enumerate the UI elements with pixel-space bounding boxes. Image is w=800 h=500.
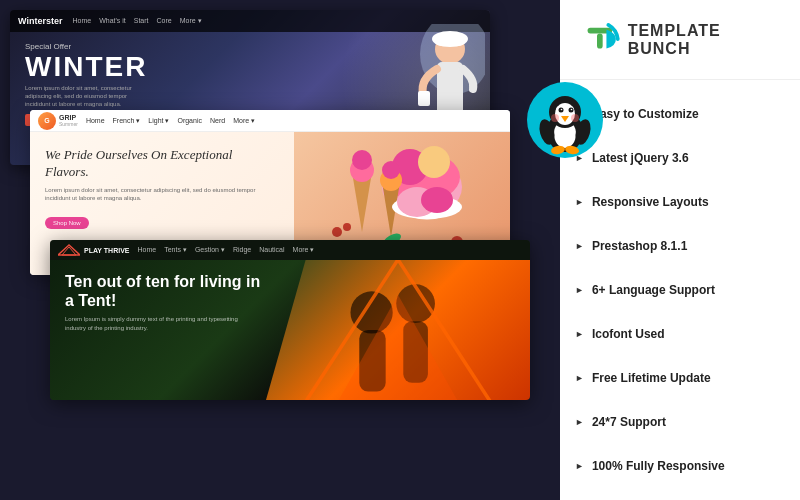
tent-text-area: Ten out of ten for living in a Tent! Lor… bbox=[50, 260, 530, 344]
feature-item-icofont: ►Icofont Used bbox=[575, 324, 785, 344]
svg-rect-4 bbox=[437, 62, 463, 117]
feature-arrow-responsive: ► bbox=[575, 197, 584, 207]
tb-brand-name: TEMPLATE BUNCH bbox=[628, 22, 780, 58]
tb-logo-icon bbox=[580, 19, 620, 61]
svg-marker-24 bbox=[62, 247, 76, 255]
tb-logo: TEMPLATE BUNCH bbox=[580, 19, 780, 61]
tent-nav-gestion: Gestion ▾ bbox=[195, 246, 225, 254]
penguin-mascot bbox=[525, 80, 605, 160]
feature-label-language: 6+ Language Support bbox=[592, 283, 715, 297]
feature-item-responsive: ►Responsive Layouts bbox=[575, 192, 785, 212]
icecream-button[interactable]: Shop Now bbox=[45, 217, 89, 229]
feature-item-support: ►24*7 Support bbox=[575, 412, 785, 432]
icecream-nav-items: Home French ▾ Light ▾ Organic Nerd More … bbox=[86, 117, 255, 125]
icecream-nav-organic: Organic bbox=[177, 117, 202, 125]
feature-label-responsive: Responsive Layouts bbox=[592, 195, 709, 209]
svg-point-12 bbox=[352, 150, 372, 170]
mascot-container bbox=[525, 80, 605, 160]
winter-nav-start: Start bbox=[134, 17, 149, 25]
feature-label-jquery: Latest jQuery 3.6 bbox=[592, 151, 689, 165]
feature-label-support: 24*7 Support bbox=[592, 415, 666, 429]
feature-arrow-fullresponsive: ► bbox=[575, 461, 584, 471]
feature-label-lifetime: Free Lifetime Update bbox=[592, 371, 711, 385]
icecream-nav: G GRIP Summer Home French ▾ Light ▾ Orga… bbox=[30, 110, 510, 132]
icecream-headline: We Pride Ourselves On Exceptional Flavor… bbox=[45, 147, 279, 181]
icecream-subtitle: Lorem ipsum dolor sit amet, consectetur … bbox=[45, 186, 279, 203]
svg-point-41 bbox=[561, 109, 563, 111]
feature-arrow-prestashop: ► bbox=[575, 241, 584, 251]
tent-body: Ten out of ten for living in a Tent! Lor… bbox=[50, 260, 530, 400]
screen-tent: PLAY THRIVE Home Tents ▾ Gestion ▾ Ridge… bbox=[50, 240, 530, 400]
tent-subtitle: Lorem Ipsum is simply dummy text of the … bbox=[65, 315, 245, 332]
screens-container: Winterster Home What's it Start Core Mor… bbox=[10, 10, 530, 490]
svg-rect-50 bbox=[597, 33, 603, 48]
svg-point-17 bbox=[343, 223, 351, 231]
feature-arrow-icofont: ► bbox=[575, 329, 584, 339]
feature-label-fullresponsive: 100% Fully Responsive bbox=[592, 459, 725, 473]
feature-label-prestashop: Prestashop 8.1.1 bbox=[592, 239, 687, 253]
svg-point-47 bbox=[551, 114, 559, 122]
tent-nav-ridge: Ridge bbox=[233, 246, 251, 254]
winter-subtitle: Lorem ipsum dolor sit amet, consectetur … bbox=[25, 85, 145, 108]
svg-point-16 bbox=[332, 227, 342, 237]
tent-logo-text: PLAY THRIVE bbox=[84, 247, 130, 254]
winter-nav-more: More ▾ bbox=[180, 17, 202, 25]
tent-nav-items: Home Tents ▾ Gestion ▾ Ridge Nautical Mo… bbox=[138, 246, 315, 254]
feature-arrow-lifetime: ► bbox=[575, 373, 584, 383]
left-panel: Winterster Home What's it Start Core Mor… bbox=[0, 0, 560, 500]
feature-arrow-support: ► bbox=[575, 417, 584, 427]
winter-nav-items: Home What's it Start Core More ▾ bbox=[72, 17, 201, 25]
winter-nav-core: Core bbox=[157, 17, 172, 25]
svg-point-9 bbox=[418, 146, 450, 178]
icecream-nav-home: Home bbox=[86, 117, 105, 125]
feature-label-icofont: Icofont Used bbox=[592, 327, 665, 341]
tent-nav-home: Home bbox=[138, 246, 157, 254]
svg-point-15 bbox=[382, 161, 400, 179]
svg-point-42 bbox=[571, 109, 573, 111]
winter-nav-whats: What's it bbox=[99, 17, 126, 25]
icecream-nav-french: French ▾ bbox=[113, 117, 141, 125]
grip-logo-icon: G bbox=[38, 112, 56, 130]
winter-logo: Winterster bbox=[18, 16, 62, 26]
svg-rect-3 bbox=[435, 34, 465, 46]
tent-nav: PLAY THRIVE Home Tents ▾ Gestion ▾ Ridge… bbox=[50, 240, 530, 260]
icecream-nav-light: Light ▾ bbox=[148, 117, 169, 125]
winter-nav-home: Home bbox=[72, 17, 91, 25]
tent-nav-tents: Tents ▾ bbox=[164, 246, 187, 254]
tent-logo-icon bbox=[58, 243, 80, 257]
grip-subtext: Summer bbox=[59, 121, 78, 127]
tb-text: TEMPLATE BUNCH bbox=[628, 22, 780, 58]
svg-rect-5 bbox=[418, 91, 430, 106]
svg-point-48 bbox=[571, 114, 579, 122]
icecream-nav-nerd: Nerd bbox=[210, 117, 225, 125]
feature-item-fullresponsive: ►100% Fully Responsive bbox=[575, 456, 785, 476]
right-panel: TEMPLATE BUNCH ►Easy to Customize►Latest… bbox=[560, 0, 800, 500]
feature-arrow-language: ► bbox=[575, 285, 584, 295]
feature-item-jquery: ►Latest jQuery 3.6 bbox=[575, 148, 785, 168]
template-bunch-header: TEMPLATE BUNCH bbox=[560, 0, 800, 80]
feature-item-language: ►6+ Language Support bbox=[575, 280, 785, 300]
tent-nav-more: More ▾ bbox=[293, 246, 315, 254]
feature-item-customize: ►Easy to Customize bbox=[575, 104, 785, 124]
feature-label-customize: Easy to Customize bbox=[592, 107, 699, 121]
icecream-nav-more: More ▾ bbox=[233, 117, 255, 125]
tent-nav-nautical: Nautical bbox=[259, 246, 284, 254]
grip-logo-text: GRIP Summer bbox=[59, 114, 78, 127]
svg-point-21 bbox=[421, 187, 453, 213]
grip-logo: G GRIP Summer bbox=[38, 112, 78, 130]
feature-item-prestashop: ►Prestashop 8.1.1 bbox=[575, 236, 785, 256]
tent-headline: Ten out of ten for living in a Tent! bbox=[65, 272, 265, 310]
feature-item-lifetime: ►Free Lifetime Update bbox=[575, 368, 785, 388]
